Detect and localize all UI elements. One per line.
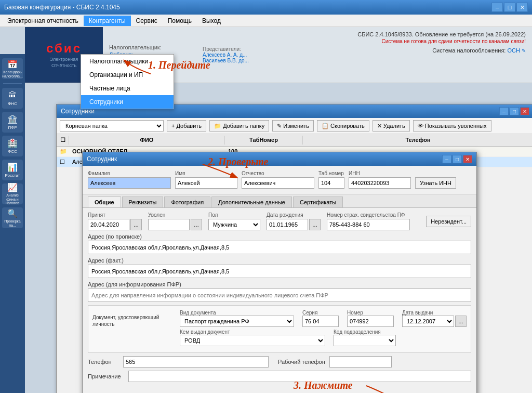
col-check: ☐ — [57, 136, 69, 145]
nonresident-button[interactable]: Нерезидент... — [426, 216, 471, 227]
name-fields-row: Фамилия Имя Отчество Таб.номер ИНН — [88, 170, 471, 189]
dialog-tabs: Общие Реквизиты Фотография Дополнительны… — [83, 194, 476, 208]
add-folder-button[interactable]: 📁 Добавить папку — [209, 120, 269, 132]
tabnum-input[interactable] — [318, 177, 344, 189]
series-input[interactable] — [302, 316, 339, 327]
tabnum-label: Таб.номер — [318, 171, 344, 176]
number-group: Номер — [347, 310, 394, 327]
menu-reporting[interactable]: Электронная отчетность — [2, 16, 84, 26]
inn-label: ИНН — [349, 171, 411, 176]
show-fired-button[interactable]: 👁 Показывать уволенных — [413, 120, 491, 132]
delete-employee-button[interactable]: ✕ Удалить — [373, 120, 410, 132]
address-pfr-input[interactable] — [88, 289, 471, 302]
tab-general[interactable]: Общие — [88, 197, 121, 207]
pfr-icon: 🏦 — [7, 114, 18, 124]
doc-type-label: Вид документа — [180, 310, 294, 316]
representatives-section: Представители: Алексеев А. А. д... Васил… — [196, 27, 255, 83]
right-info: СБИС 2.4.1045/8933. Обновление не требуе… — [351, 27, 532, 83]
sidebar-fns[interactable]: 🏛 ФНС — [2, 88, 23, 109]
issue-date-btn[interactable]: … — [455, 316, 467, 327]
tab-photo[interactable]: Фотография — [164, 197, 210, 207]
pfr-input[interactable] — [327, 219, 410, 230]
doc-section-label: Документ, удостоверяющий личность — [92, 314, 176, 328]
work-phone-input[interactable] — [329, 356, 392, 368]
pfr-label: Номер страх. свидетельства ПФ — [327, 212, 420, 218]
menu-contractors[interactable]: Контрагенты — [84, 16, 131, 26]
issued-by-group: Кем выдан документ РОВД — [180, 329, 325, 346]
sidebar-rosstat[interactable]: 📊 Росстат — [2, 160, 23, 180]
name-input[interactable] — [175, 177, 237, 189]
dialog-general-content: Принят … Уволен … Пол Мужчи — [83, 208, 476, 393]
tab-additional[interactable]: Дополнительные данные — [211, 197, 292, 207]
dialog-maximize[interactable]: □ — [453, 155, 462, 163]
phone-input[interactable] — [123, 356, 269, 368]
dialog-main-fields: Фамилия Имя Отчество Таб.номер ИНН — [83, 166, 476, 194]
dept-code-select[interactable] — [334, 335, 396, 346]
tax-system-edit-icon[interactable]: ✎ — [522, 48, 526, 54]
inn-input[interactable] — [349, 177, 411, 189]
menu-service[interactable]: Сервис — [131, 16, 163, 26]
number-label: Номер — [347, 310, 394, 316]
folder-select[interactable]: Корневая папка — [60, 120, 164, 132]
calendar-icon: 📅 — [7, 59, 18, 69]
accepted-label: Принят — [88, 212, 142, 218]
fired-date-btn[interactable]: … — [191, 219, 202, 230]
employees-minimize[interactable]: – — [499, 107, 509, 115]
address-reg-label: Адрес (по прописке) — [88, 233, 471, 240]
phone-label: Телефон — [88, 359, 119, 365]
tax-system-value[interactable]: ОСН — [507, 47, 520, 54]
fired-date-input[interactable] — [148, 219, 190, 230]
address-fact-input[interactable] — [88, 265, 471, 278]
gender-label: Пол — [208, 212, 260, 218]
tab-certificates[interactable]: Сертификаты — [293, 197, 343, 207]
doc-type-group: Вид документа Паспорт гражданина РФ — [180, 310, 294, 327]
sidebar-calendar-label: Календарь налогопла... — [2, 70, 23, 78]
issued-by-select[interactable]: РОВД — [180, 335, 325, 346]
gender-select[interactable]: Мужчина Женщина — [208, 219, 260, 230]
sidebar-check[interactable]: 🔍 Проверка па... — [2, 207, 23, 228]
menu-exit[interactable]: Выход — [197, 16, 226, 26]
doc-type-select[interactable]: Паспорт гражданина РФ — [180, 316, 294, 327]
doc-title-group: Документ, удостоверяющий личность — [92, 314, 176, 328]
sidebar-analysis[interactable]: 📈 Анализ фина и налогов — [2, 184, 23, 204]
address-reg-input[interactable] — [88, 241, 471, 254]
dialog-close[interactable]: ✕ — [463, 155, 472, 163]
rep-label: Представители: — [203, 46, 249, 52]
edit-employee-button[interactable]: ✎ Изменить — [272, 120, 314, 132]
surname-input[interactable] — [88, 177, 171, 189]
menu-help[interactable]: Помощь — [163, 16, 197, 26]
sidebar-rosstat-label: Росстат — [5, 173, 20, 178]
series-group: Серия — [302, 310, 339, 327]
tab-requisites[interactable]: Реквизиты — [122, 197, 164, 207]
number-input[interactable] — [347, 316, 394, 327]
gender-group: Пол Мужчина Женщина — [208, 212, 260, 230]
accepted-date-input[interactable] — [88, 219, 129, 230]
dialog-minimize[interactable]: – — [442, 155, 451, 163]
copy-employee-button[interactable]: 📋 Скопировать — [317, 120, 369, 132]
patronymic-input[interactable] — [242, 177, 314, 189]
nonresident-group: Нерезидент... — [426, 216, 471, 227]
dropdown-private[interactable]: Частные лица — [81, 82, 174, 95]
get-inn-button[interactable]: Узнать ИНН — [415, 177, 456, 189]
sidebar-calendar[interactable]: 📅 Календарь налогопла... — [2, 58, 23, 79]
fns-icon: 🏛 — [8, 91, 17, 100]
dropdown-employees[interactable]: Сотрудники — [81, 95, 174, 109]
close-button[interactable]: ✕ — [516, 3, 528, 12]
add-employee-button[interactable]: + Добавить — [167, 120, 206, 132]
left-sidebar: 📅 Календарь налогопла... 🏛 ФНС 🏦 ПФР 🏥 Ф… — [0, 54, 25, 393]
employee-dialog-title: Сотрудник — [87, 155, 117, 163]
sidebar-check-label: Проверка па... — [3, 219, 22, 227]
issue-date-select[interactable]: 12.12.2007 — [402, 316, 454, 327]
employees-close[interactable]: ✕ — [520, 107, 529, 115]
dob-input[interactable] — [267, 219, 308, 230]
accepted-date-btn[interactable]: … — [130, 219, 142, 230]
sidebar-pfr[interactable]: 🏦 ПФР — [2, 112, 23, 133]
maximize-button[interactable]: □ — [504, 3, 515, 12]
rep1[interactable]: Алексеев А. А. д... — [203, 52, 249, 58]
dob-btn[interactable]: … — [309, 219, 321, 230]
issued-by-label: Кем выдан документ — [180, 329, 325, 335]
employees-maximize[interactable]: □ — [510, 107, 519, 115]
menu-bar: Электронная отчетность Контрагенты Серви… — [0, 15, 532, 27]
sidebar-fss[interactable]: 🏥 ФСС — [2, 136, 23, 156]
minimize-button[interactable]: – — [491, 3, 503, 12]
